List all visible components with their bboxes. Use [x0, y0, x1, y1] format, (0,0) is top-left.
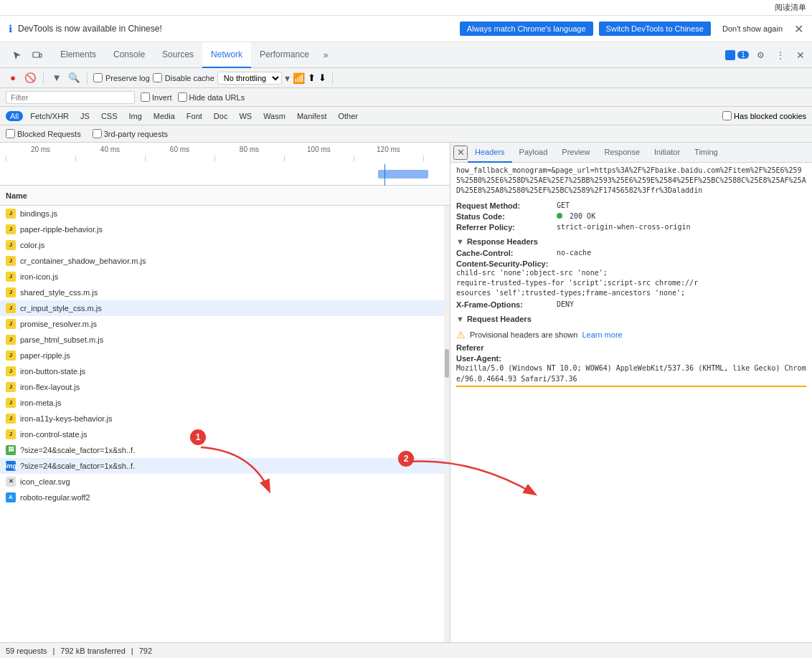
- request-method-label: Request Method:: [456, 201, 557, 210]
- status-code-label: Status Code:: [456, 212, 557, 221]
- file-item[interactable]: J iron-a11y-keys-behavior.js: [0, 411, 450, 426]
- tab-console[interactable]: Console: [105, 42, 154, 68]
- file-item[interactable]: 🖼 ?size=24&scale_factor=1x&sh..f.: [0, 442, 450, 458]
- filter-fetch-xhr[interactable]: Fetch/XHR: [26, 111, 73, 121]
- download-icon[interactable]: ⬇: [318, 72, 326, 83]
- file-item[interactable]: A roboto-regular.woff2: [0, 490, 450, 505]
- file-item[interactable]: J paper-ripple-behavior.js: [0, 221, 450, 237]
- file-item-selected[interactable]: J cr_input_style_css.m.js: [0, 300, 450, 316]
- file-name: roboto-regular.woff2: [20, 493, 90, 502]
- file-item[interactable]: J iron-control-state.js: [0, 426, 450, 442]
- settings-icon[interactable]: ⚙: [752, 47, 769, 64]
- clear-button[interactable]: 🚫: [23, 71, 37, 85]
- disable-cache-checkbox[interactable]: Disable cache: [153, 73, 214, 82]
- tick-20ms: 20 ms: [6, 146, 75, 153]
- file-item[interactable]: J bindings.js: [0, 206, 450, 221]
- scrollbar-track[interactable]: [444, 206, 450, 642]
- preserve-log-checkbox[interactable]: Preserve log: [93, 73, 150, 82]
- filter-doc[interactable]: Doc: [209, 111, 232, 121]
- hide-data-urls-checkbox[interactable]: Hide data URLs: [178, 92, 245, 102]
- notifications-badge[interactable]: 1: [724, 49, 749, 61]
- tab-elements[interactable]: Elements: [52, 42, 105, 68]
- filter-font[interactable]: Font: [182, 111, 207, 121]
- file-item[interactable]: J iron-icon.js: [0, 269, 450, 285]
- invert-checkbox[interactable]: Invert: [141, 92, 172, 102]
- learn-more-link[interactable]: Learn more: [582, 330, 622, 339]
- file-item[interactable]: J promise_resolver.m.js: [0, 316, 450, 332]
- filter-other[interactable]: Other: [334, 111, 362, 121]
- file-item[interactable]: J shared_style_css.m.js: [0, 285, 450, 300]
- response-headers-section[interactable]: ▼ Response Headers: [456, 237, 806, 246]
- filter-input[interactable]: [6, 91, 135, 104]
- file-name: iron-icon.js: [20, 272, 58, 281]
- img-icon: img: [6, 461, 16, 471]
- request-headers-section[interactable]: ▼ Request Headers: [456, 315, 806, 323]
- more-options-icon[interactable]: ⋮: [772, 47, 789, 64]
- blocked-requests-checkbox[interactable]: Blocked Requests: [6, 129, 81, 138]
- file-item[interactable]: ✕ icon_clear.svg: [0, 474, 450, 490]
- search-button[interactable]: 🔍: [67, 71, 81, 85]
- cursor-icon[interactable]: [9, 47, 26, 64]
- banner-text: DevTools is now available in Chinese!: [18, 24, 454, 34]
- tab-more-button[interactable]: »: [318, 50, 334, 60]
- file-list[interactable]: J bindings.js J paper-ripple-behavior.js…: [0, 206, 450, 642]
- filter-media[interactable]: Media: [149, 111, 179, 121]
- filter-button[interactable]: ▼: [49, 71, 64, 85]
- file-item[interactable]: J paper-ripple.js: [0, 348, 450, 363]
- file-item-selected-2[interactable]: img ?size=24&scale_factor=1x&sh..f.: [0, 458, 450, 474]
- filter-ws[interactable]: WS: [235, 111, 256, 121]
- file-item[interactable]: J iron-meta.js: [0, 395, 450, 411]
- devices-icon[interactable]: [29, 47, 46, 64]
- status-divider-2: |: [131, 647, 133, 655]
- tab-initiator[interactable]: Initiator: [647, 143, 687, 163]
- js-icon: J: [6, 303, 16, 313]
- filter-img[interactable]: Img: [125, 111, 146, 121]
- filter-css[interactable]: CSS: [97, 111, 122, 121]
- tab-preview[interactable]: Preview: [554, 143, 597, 163]
- status-green-dot: [557, 213, 562, 219]
- filter-wasm[interactable]: Wasm: [259, 111, 290, 121]
- referer-label: Referer: [456, 343, 557, 352]
- tab-response[interactable]: Response: [597, 143, 647, 163]
- font-icon: A: [6, 492, 16, 502]
- requests-count: 59 requests: [6, 647, 47, 655]
- scrollbar-thumb[interactable]: [445, 349, 449, 378]
- headers-content[interactable]: how_fallback_monogram=&page_url=https%3A…: [450, 163, 812, 642]
- dismiss-banner-button[interactable]: Don't show again: [717, 22, 788, 36]
- tab-performance[interactable]: Performance: [251, 42, 318, 68]
- record-button[interactable]: ●: [6, 71, 20, 85]
- js-icon: J: [6, 429, 16, 439]
- file-name: cr_container_shadow_behavior.m.js: [20, 257, 146, 265]
- file-item[interactable]: J parse_html_subset.m.js: [0, 332, 450, 348]
- filter-js[interactable]: JS: [76, 111, 94, 121]
- tab-timing[interactable]: Timing: [687, 143, 725, 163]
- match-language-button[interactable]: Always match Chrome's language: [460, 22, 593, 36]
- filter-all[interactable]: All: [6, 111, 23, 121]
- tab-headers[interactable]: Headers: [468, 143, 512, 163]
- tab-payload[interactable]: Payload: [512, 143, 555, 163]
- timeline-bar: [378, 170, 428, 178]
- js-icon: J: [6, 272, 16, 282]
- file-item[interactable]: J iron-button-state.js: [0, 363, 450, 379]
- blocked-cookies-checkbox[interactable]: Has blocked cookies: [722, 111, 806, 120]
- throttling-select[interactable]: No throttling: [217, 72, 282, 85]
- filter-manifest[interactable]: Manifest: [293, 111, 331, 121]
- notification-banner: ℹ DevTools is now available in Chinese! …: [0, 16, 812, 42]
- file-item[interactable]: J color.js: [0, 237, 450, 253]
- tick-40ms: 40 ms: [75, 146, 145, 153]
- response-headers-title: Response Headers: [467, 237, 538, 246]
- file-name: iron-button-state.js: [20, 367, 85, 376]
- close-panel-button[interactable]: ✕: [453, 146, 468, 160]
- file-item[interactable]: J cr_container_shadow_behavior.m.js: [0, 253, 450, 269]
- close-banner-button[interactable]: ✕: [794, 22, 803, 36]
- timeline-cursor: [384, 164, 385, 186]
- tab-sources[interactable]: Sources: [154, 42, 202, 68]
- upload-icon[interactable]: ⬆: [308, 72, 316, 83]
- file-list-header: Name: [0, 186, 450, 206]
- tab-network[interactable]: Network: [202, 42, 251, 68]
- headers-panel: ✕ Headers Payload Preview Response Initi…: [450, 143, 812, 642]
- switch-language-button[interactable]: Switch DevTools to Chinese: [599, 22, 711, 36]
- close-devtools-icon[interactable]: ✕: [792, 47, 809, 64]
- third-party-checkbox[interactable]: 3rd-party requests: [93, 129, 168, 138]
- file-item[interactable]: J iron-flex-layout.js: [0, 379, 450, 395]
